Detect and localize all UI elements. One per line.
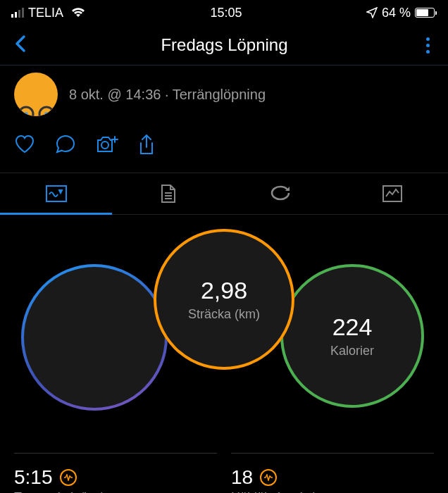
tab-overview[interactable] (0, 173, 112, 214)
stat-elevation[interactable]: 18 Höjdökning (m) (231, 453, 434, 493)
pulse-icon (260, 469, 277, 486)
nav-bar: Fredags Löpning (0, 25, 448, 65)
metric-calories[interactable]: 224 Kalorier (280, 264, 424, 408)
laps-icon (269, 185, 292, 202)
page-title: Fredags Löpning (27, 35, 422, 55)
stats-row: 5:15 Tempo (min/km) 18 Höjdökning (m) (0, 453, 448, 493)
tab-charts[interactable] (336, 173, 448, 214)
battery-percent: 64 % (382, 6, 411, 20)
location-icon (366, 7, 378, 18)
svg-point-1 (39, 107, 54, 116)
chart-icon (382, 185, 403, 203)
stat-pace[interactable]: 5:15 Tempo (min/km) (14, 453, 217, 493)
camera-button[interactable] (96, 135, 118, 158)
wifi-icon (70, 7, 86, 18)
share-button[interactable] (138, 135, 155, 158)
bike-icon (17, 99, 56, 116)
like-button[interactable] (14, 135, 35, 158)
tab-bar (0, 173, 448, 215)
activity-header: 8 okt. @ 14:36 · Terränglöpning (0, 65, 448, 123)
status-left: TELIA (11, 6, 86, 20)
metric-distance[interactable]: 2,98 Sträcka (km) (154, 229, 294, 370)
stat-pace-label: Tempo (min/km) (14, 490, 217, 493)
overview-icon (45, 185, 68, 203)
svg-point-3 (44, 112, 49, 116)
tab-details[interactable] (112, 173, 224, 214)
avatar[interactable] (14, 73, 58, 116)
battery-icon (415, 8, 437, 18)
carrier-label: TELIA (28, 6, 63, 20)
signal-icon (11, 8, 24, 18)
document-icon (160, 183, 177, 204)
comment-button[interactable] (55, 135, 76, 158)
status-right: 64 % (366, 6, 437, 20)
activity-meta: 8 okt. @ 14:36 · Terränglöpning (69, 87, 266, 103)
metric-time[interactable]: 15:39 Tid (21, 264, 168, 411)
svg-point-4 (101, 142, 108, 149)
stat-elevation-value: 18 (231, 466, 253, 489)
tab-underline (0, 213, 112, 215)
pulse-icon (60, 469, 77, 486)
tab-laps[interactable] (224, 173, 336, 214)
stat-elevation-label: Höjdökning (m) (231, 490, 434, 493)
more-button[interactable] (422, 37, 434, 54)
stat-pace-value: 5:15 (14, 466, 53, 489)
status-time: 15:05 (210, 6, 242, 20)
svg-point-0 (19, 107, 33, 116)
back-button[interactable] (14, 34, 27, 56)
status-bar: TELIA 15:05 64 % (0, 0, 448, 25)
action-row (0, 123, 448, 173)
metrics-area: 15:39 Tid 2,98 Sträcka (km) 224 Kalorier (0, 229, 448, 447)
svg-point-2 (24, 112, 28, 116)
